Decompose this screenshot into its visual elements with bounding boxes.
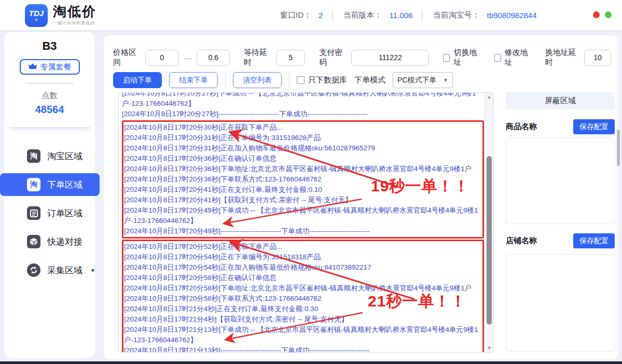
sidebar-item-orders-area[interactable]: 订单区域 [4, 202, 95, 225]
window-id-label: 窗口ID： [280, 10, 311, 20]
log-line: [2024年10月8日17时20分49秒]下单成功 -- 【北京北京市昌平区崔村… [124, 205, 481, 226]
logo-badge-icon: TDJ▾ [25, 4, 48, 27]
divider [289, 74, 289, 87]
account-card: B3 专属套餐 点数 48564 [4, 32, 95, 127]
price-min-input[interactable] [145, 50, 178, 66]
log-line: [2024年10月8日17时20分30秒]正在获取下单产品... [124, 122, 481, 133]
scrollbar-thumb[interactable] [487, 156, 492, 325]
block-area-title: 屏蔽区域 [506, 92, 615, 109]
checkbox-icon [443, 54, 450, 62]
stop-order-button[interactable]: 结束下单 [169, 72, 218, 88]
goods-name-textarea[interactable] [506, 137, 615, 224]
app-title: 淘低价 [53, 4, 96, 19]
log-line: [2024年10月8日17时20分31秒]正在下单编号为:331519628产品 [124, 133, 481, 143]
settings-row: 价格区间 — 等待延时 支付密码 切换地址 修改地址 换地址延时 [113, 48, 611, 67]
scroll-down-icon[interactable]: ▼ [485, 345, 493, 351]
address-delay-input[interactable] [584, 50, 611, 66]
header-info: 窗口ID： 2 │ 当前版本： 11.006 │ 当前淘宝号： tb908098… [280, 0, 537, 30]
taobao-icon: 淘 [27, 178, 40, 191]
checkbox-icon [494, 54, 501, 62]
sidebar-menu: 淘 淘宝区域 淘 下单区域 订单区域 快递对接 采集区域 ▼ [4, 145, 95, 282]
scroll-up-icon[interactable]: ▲ [485, 94, 493, 100]
price-range-label: 价格区间 [113, 48, 140, 67]
checkbox-icon [297, 76, 305, 84]
app-logo: TDJ▾ 淘低价 一键让你淘到最低价 [25, 4, 96, 27]
sidebar-item-express-connect[interactable]: 快递对接 [4, 230, 95, 253]
taobao-icon: 淘 [27, 149, 40, 163]
log-line: [2024年10月8日17时20分31秒]正在加入购物车最低价格规格sku:56… [124, 143, 481, 153]
switch-address-checkbox[interactable]: 切换地址 [443, 48, 480, 67]
speed-annotation-2: 21秒一单！！ [368, 291, 466, 312]
sidebar-item-taobao-area[interactable]: 淘 淘宝区域 [4, 145, 95, 167]
log-line: [2024年10月8日17时21分13秒]-------------------… [124, 345, 481, 353]
actions-row: 启动下单 结束下单 清空列表 只下数据库 下单模式 PC模式下单 ▼ [113, 72, 611, 88]
speed-annotation-1: 19秒一单！！ [371, 176, 469, 197]
scrollbar-thumb[interactable] [617, 130, 620, 166]
window-scrollbar[interactable] [617, 35, 620, 359]
save-shop-config-button[interactable]: 保存配置 [573, 233, 615, 248]
range-dash: — [184, 53, 191, 62]
log-line: [2024年10月8日17时20分52秒]正在获取下单产品... [124, 242, 481, 252]
save-goods-config-button[interactable]: 保存配置 [573, 119, 615, 134]
pay-password-label: 支付密码 [319, 48, 346, 67]
log-line: [2024年10月8日17时20分58秒]正在确认订单信息 [124, 273, 481, 283]
log-line: [2024年10月8日17时20分27秒]下单成功 -- 【北京北京市昌平区崔村… [122, 92, 485, 109]
chevron-down-icon: ▼ [90, 268, 95, 273]
price-max-input[interactable] [197, 50, 230, 66]
bottom-bar [0, 361, 622, 364]
window-id-value: 2 [319, 11, 323, 20]
clear-list-button[interactable]: 清空列表 [233, 72, 282, 88]
refresh-icon [27, 263, 40, 277]
vip-package-button[interactable]: 专属套餐 [20, 59, 80, 75]
goods-name-label: 商品名称 [506, 122, 537, 132]
log-line: [2024年10月8日17时21分4秒]【获取到支付方式:亲密付 -- 尾号:支… [124, 314, 481, 325]
main-panel: 价格区间 — 等待延时 支付密码 切换地址 修改地址 换地址延时 启动下单 结束… [104, 35, 617, 359]
log-line: [2024年10月8日17时20分54秒]正在下单编号为:331518318产品 [124, 252, 481, 262]
log-scrollbar[interactable]: ▲ ▼ [485, 93, 493, 352]
wait-delay-input[interactable] [276, 50, 305, 66]
crown-icon [28, 63, 37, 72]
log-line: [2024年10月8日17时21分13秒]下单成功 -- 【北京北京市昌平区崔村… [124, 325, 481, 345]
sidebar: B3 专属套餐 点数 48564 淘 淘宝区域 淘 下单区域 订单区域 [4, 32, 95, 358]
sidebar-item-order-placing-area[interactable]: 淘 下单区域 [0, 173, 100, 196]
version-label: 当前版本： [343, 10, 382, 20]
account-label: 当前淘宝号： [433, 10, 480, 20]
account-value: tb9080982844 [487, 11, 537, 20]
points-label: 点数 [4, 91, 95, 101]
points-value: 48564 [4, 104, 95, 116]
app-tagline: 一键让你淘到最低价 [53, 20, 96, 26]
divider: │ [330, 10, 336, 21]
chevron-down-icon: ▼ [443, 77, 448, 83]
sidebar-item-collect-area[interactable]: 采集区域 ▼ [4, 259, 95, 282]
log-line: [2024年10月8日17时20分27秒]-------------------… [122, 109, 485, 119]
shop-name-label: 店铺名称 [506, 236, 537, 246]
wait-delay-label: 等待延时 [244, 48, 271, 67]
pay-password-input[interactable] [351, 50, 429, 66]
modify-address-checkbox[interactable]: 修改地址 [494, 48, 531, 67]
status-dot[interactable] [605, 11, 612, 18]
log-content: [2024年10月8日17时20分27秒]下单成功 -- 【北京北京市昌平区崔村… [122, 92, 485, 353]
package-icon [27, 235, 40, 248]
divider [26, 83, 74, 83]
divider [225, 74, 226, 87]
address-delay-label: 换地址延时 [545, 48, 579, 67]
order-log[interactable]: [2024年10月8日17时20分27秒]下单成功 -- 【北京北京市昌平区崔村… [118, 92, 494, 353]
shop-name-textarea[interactable] [506, 254, 615, 352]
close-window-dot[interactable] [593, 11, 600, 18]
clipboard-icon [27, 206, 40, 220]
log-lines-previous: [2024年10月8日17时20分27秒]下单成功 -- 【北京北京市昌平区崔村… [122, 92, 485, 119]
block-settings-panel: 屏蔽区域 商品名称 保存配置 店铺名称 保存配置 [506, 92, 615, 109]
order-mode-label: 下单模式 [354, 75, 385, 85]
log-line: [2024年10月8日17时20分36秒]正在确认订单信息 [124, 153, 481, 164]
version-value: 11.006 [390, 11, 413, 20]
divider: │ [420, 10, 425, 21]
app-header: TDJ▾ 淘低价 一键让你淘到最低价 窗口ID： 2 │ 当前版本： 11.00… [0, 0, 622, 30]
start-order-button[interactable]: 启动下单 [113, 72, 162, 88]
log-line: [2024年10月8日17时20分36秒]下单地址:北京北京市昌平区崔村镇-镇真… [124, 164, 481, 174]
order-mode-select[interactable]: PC模式下单 ▼ [393, 72, 453, 88]
log-line: [2024年10月8日17时20分54秒]正在加入购物车最低价格规格sku:84… [124, 262, 481, 273]
plan-name: B3 [4, 39, 95, 53]
db-only-checkbox[interactable]: 只下数据库 [297, 75, 347, 85]
log-line: [2024年10月8日17时20分49秒]-------------------… [124, 226, 481, 236]
